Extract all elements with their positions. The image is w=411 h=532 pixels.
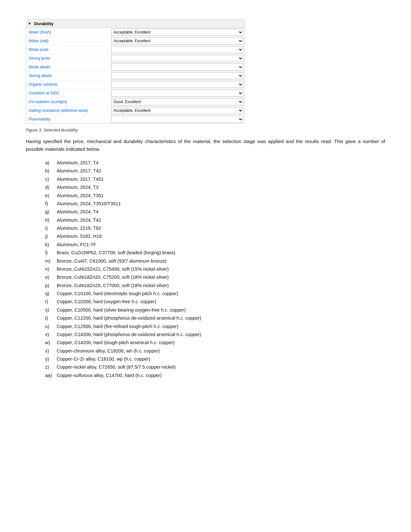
durability-select-wrap — [110, 72, 245, 80]
durability-row: Strong acids — [26, 54, 245, 63]
list-item-text: Copper-sulfurous alloy, C14700, hard (h.… — [57, 372, 161, 380]
durability-row-label: Galling resistance (adhesive wear) — [26, 107, 110, 114]
durability-row-label: Weak alkalis — [26, 63, 110, 71]
list-item: y)Copper-Cr-Zr alloy, C18100, wp (h.c. c… — [45, 355, 385, 363]
durability-row: Galling resistance (adhesive wear)Accept… — [26, 106, 245, 115]
list-item-text: Copper-Cr-Zr alloy, C18100, wp (h.c. cop… — [57, 355, 150, 363]
durability-select-wrap — [110, 115, 245, 123]
durability-select-wrap: Acceptable, Excellent — [110, 37, 245, 45]
list-item-text: Aluminum, 2017, T42 — [57, 167, 101, 175]
durability-select[interactable] — [111, 81, 243, 88]
durability-select[interactable]: Good, Excellent — [111, 98, 243, 105]
list-item: c)Aluminum, 2017, T451 — [45, 175, 385, 183]
figure-caption: Figure 3. Selected durability. — [26, 128, 385, 132]
list-item-text: Copper, C12500, hard (fire-refined tough… — [57, 323, 178, 331]
durability-row-label: Strong acids — [26, 55, 110, 62]
durability-select[interactable]: Acceptable, Excellent — [111, 107, 243, 114]
list-item: g)Aluminum, 2024, T4 — [45, 208, 385, 216]
durability-select-wrap — [110, 45, 245, 54]
list-item-text: Aluminum, 5182, H16 — [57, 232, 102, 240]
list-item-text: Copper, C14200, hard (phosphorus de-oxid… — [57, 331, 201, 339]
durability-row-label: Water (fresh) — [26, 29, 110, 36]
list-item: f)Aluminum, 2024, T3510/T3511 — [45, 200, 385, 208]
durability-select[interactable] — [111, 55, 243, 62]
durability-header-label: Durability — [34, 21, 54, 26]
list-marker: u) — [45, 323, 57, 331]
list-item: a)Aluminum, 2017, T4 — [45, 159, 385, 167]
collapse-icon[interactable] — [29, 22, 31, 25]
durability-row: Flammability — [26, 115, 245, 123]
main-paragraph: Having specified the price, mechanical a… — [26, 138, 385, 153]
list-item: h)Aluminum, 2024, T42 — [45, 216, 385, 224]
list-marker: z) — [45, 363, 57, 371]
list-marker: r) — [45, 298, 57, 306]
list-item: r)Copper, C10200, hard (oxygen-free h.c.… — [45, 298, 385, 306]
durability-select[interactable] — [111, 90, 243, 97]
durability-select[interactable] — [111, 46, 243, 53]
list-marker: a) — [45, 159, 57, 167]
list-marker: b) — [45, 167, 57, 175]
list-item: m)Bronze, CuAl7, C61000, soft (93/7 alum… — [45, 257, 385, 265]
list-item-text: Aluminum, 2017, T4 — [57, 159, 99, 167]
durability-select-wrap: Acceptable, Excellent — [110, 106, 245, 115]
list-marker: d) — [45, 183, 57, 191]
durability-select[interactable] — [111, 63, 243, 71]
list-item-text: Bronze, CuAl7, C61000, soft (93/7 alumin… — [57, 257, 167, 265]
list-item-text: Aluminum, 2024, T4 — [57, 208, 99, 216]
list-marker: t) — [45, 314, 57, 322]
durability-select[interactable] — [111, 116, 243, 123]
list-item-text: Aluminum, 2024, T3510/T3511 — [57, 200, 121, 208]
list-marker: o) — [45, 273, 57, 281]
list-item-text: Aluminum, 2219, T62 — [57, 224, 101, 232]
durability-select-wrap — [110, 89, 245, 97]
list-item: k)Aluminum, FC1-TF — [45, 241, 385, 249]
list-item-text: Copper, C12200, hard (phosphorus de-oxid… — [57, 314, 201, 322]
list-marker: m) — [45, 257, 57, 265]
list-marker: f) — [45, 200, 57, 208]
list-item: b)Aluminum, 2017, T42 — [45, 167, 385, 175]
durability-select-wrap — [110, 54, 245, 63]
list-marker: i) — [45, 224, 57, 232]
durability-row: Weak acids — [26, 45, 245, 54]
list-marker: y) — [45, 355, 57, 363]
durability-select[interactable]: Acceptable, Excellent — [111, 29, 243, 36]
durability-select[interactable] — [111, 72, 243, 79]
list-item: n)Bronze, CuNi15Zn21, C75400, soft (15% … — [45, 265, 385, 273]
durability-row-label: Strong alkalis — [26, 72, 110, 79]
list-item: o)Bronze, CuNi18Zn20, C75200, soft (18% … — [45, 273, 385, 281]
list-marker: v) — [45, 331, 57, 339]
list-marker: g) — [45, 208, 57, 216]
list-marker: s) — [45, 306, 57, 314]
list-item: q)Copper, C10100, hard (electrolytic tou… — [45, 290, 385, 298]
list-item-text: Copper-nickel alloy, C72650, soft (87.5/… — [57, 363, 176, 371]
durability-select[interactable]: Acceptable, Excellent — [111, 37, 243, 44]
list-item-text: Aluminum, 2017, T451 — [57, 175, 104, 183]
durability-select-wrap: Acceptable, Excellent — [110, 28, 245, 36]
list-item-text: Bronze, CuNi18Zn20, C75200, soft (18% ni… — [57, 273, 169, 281]
list-item-text: Copper, C10200, hard (oxygen-free h.c. c… — [57, 298, 156, 306]
durability-row-label: Organic solvents — [26, 81, 110, 88]
durability-table: Durability Water (fresh)Acceptable, Exce… — [26, 19, 245, 124]
list-item: l)Brass, CuZn39Pb2, C37700, soft (leaded… — [45, 249, 385, 257]
list-item: j)Aluminum, 5182, H16 — [45, 232, 385, 240]
durability-header: Durability — [26, 20, 245, 28]
list-item-text: Copper-chromium alloy, C18200, wh (h.c. … — [57, 347, 160, 355]
materials-list: a)Aluminum, 2017, T4b)Aluminum, 2017, T4… — [45, 159, 385, 380]
list-item-text: Copper, C10100, hard (electrolytic tough… — [57, 290, 178, 298]
durability-row: Strong alkalis — [26, 72, 245, 80]
durability-row-label: UV radiation (sunlight) — [26, 98, 110, 105]
list-item: v)Copper, C14200, hard (phosphorus de-ox… — [45, 331, 385, 339]
list-marker: h) — [45, 216, 57, 224]
durability-row: Organic solvents — [26, 80, 245, 89]
list-item: u)Copper, C12500, hard (fire-refined tou… — [45, 323, 385, 331]
list-item: aa)Copper-sulfurous alloy, C14700, hard … — [45, 372, 385, 380]
list-item-text: Aluminum, FC1-TF — [57, 241, 96, 249]
list-marker: c) — [45, 175, 57, 183]
list-item: w)Copper, C14200, hard (tough-pitch arse… — [45, 339, 385, 347]
durability-row: Water (salt)Acceptable, Excellent — [26, 37, 245, 45]
list-item: s)Copper, C10500, hard (silver-bearing o… — [45, 306, 385, 314]
durability-row-label: Flammability — [26, 116, 110, 123]
list-item: p)Bronze, CuNi18Zn29, C77000, soft (18% … — [45, 282, 385, 290]
list-item: e)Aluminum, 2024, T351 — [45, 192, 385, 200]
durability-select-wrap — [110, 63, 245, 71]
